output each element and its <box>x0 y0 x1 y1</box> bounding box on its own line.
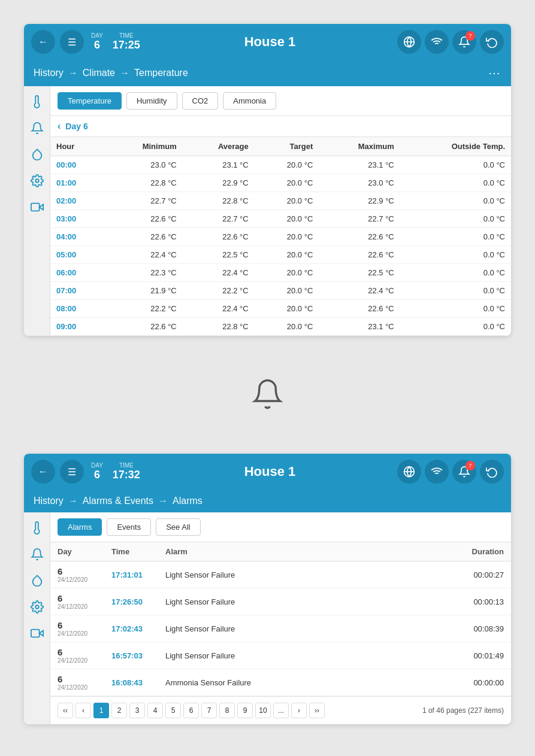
breadcrumb-more[interactable]: ⋯ <box>488 66 501 80</box>
alarm-tab-row: Alarms Events See All <box>50 512 511 542</box>
table-cell: 0.0 °C <box>400 300 511 318</box>
breadcrumb-item-1[interactable]: History <box>34 68 64 78</box>
alarm-duration: 00:00:27 <box>450 570 504 579</box>
time-value-2: 17:32 <box>113 469 140 481</box>
pagination: ‹‹ ‹ 1 2 3 4 5 6 7 8 9 10 ... › ›› 1 of … <box>50 696 511 724</box>
sidebar-icon-camera[interactable] <box>29 199 46 215</box>
page-prev[interactable]: ‹ <box>75 703 91 718</box>
page-2[interactable]: 2 <box>111 703 127 718</box>
sidebar-2 <box>24 512 50 724</box>
page-10[interactable]: 10 <box>255 703 271 718</box>
alarms-main-content: Alarms Events See All Day Time Alarm Dur… <box>50 512 511 724</box>
breadcrumb2-item-3[interactable]: Alarms <box>173 496 202 506</box>
time-value: 17:25 <box>113 39 140 51</box>
svg-point-3 <box>35 179 39 183</box>
menu-button-2[interactable]: ☰ <box>60 460 84 484</box>
tab-see-all[interactable]: See All <box>156 518 200 536</box>
tab-humidity[interactable]: Humidity <box>126 92 177 110</box>
table-cell: 0.0 °C <box>400 318 511 336</box>
table-cell: 01:00 <box>50 174 104 192</box>
page-first[interactable]: ‹‹ <box>58 703 73 718</box>
table-cell: 20.0 °C <box>255 300 319 318</box>
table-cell: 22.4 °C <box>319 282 400 300</box>
table-cell: 22.4 °C <box>183 264 255 282</box>
page-3[interactable]: 3 <box>129 703 145 718</box>
sidebar2-icon-settings[interactable] <box>29 599 46 615</box>
alarm-duration: 00:01:49 <box>450 651 504 660</box>
table-cell: 20.0 °C <box>255 156 319 174</box>
page-next[interactable]: › <box>291 703 307 718</box>
globe-button[interactable] <box>397 30 421 54</box>
page-last[interactable]: ›› <box>309 703 325 718</box>
sidebar2-icon-alarm[interactable] <box>29 546 46 563</box>
refresh-button[interactable] <box>480 30 504 54</box>
table-cell: 0.0 °C <box>400 174 511 192</box>
table-row: 04:0022.6 °C22.6 °C20.0 °C22.6 °C0.0 °C <box>50 228 511 246</box>
table-cell: 0.0 °C <box>400 282 511 300</box>
page-6[interactable]: 6 <box>183 703 199 718</box>
table-cell: 22.4 °C <box>183 300 255 318</box>
table-cell: 23.0 °C <box>104 156 183 174</box>
breadcrumb2-item-1[interactable]: History <box>34 496 64 506</box>
table-cell: 0.0 °C <box>400 246 511 264</box>
wifi-button[interactable] <box>425 30 449 54</box>
menu-button[interactable]: ☰ <box>60 30 84 54</box>
page-8[interactable]: 8 <box>219 703 235 718</box>
sidebar2-icon-camera[interactable] <box>29 625 46 642</box>
table-cell: 22.2 °C <box>104 300 183 318</box>
alarm-row: 6 24/12/2020 17:02:43 Light Sensor Failu… <box>50 615 511 642</box>
table-cell: 22.2 °C <box>183 282 255 300</box>
table-cell: 06:00 <box>50 264 104 282</box>
prev-day-arrow[interactable]: ‹ <box>58 121 61 132</box>
tab-temperature[interactable]: Temperature <box>58 92 122 110</box>
alarms-list: 6 24/12/2020 17:31:01 Light Sensor Failu… <box>50 561 511 696</box>
breadcrumb2-item-2[interactable]: Alarms & Events <box>83 496 153 506</box>
breadcrumb-item-2[interactable]: Climate <box>83 68 115 78</box>
sidebar2-icon-temperature[interactable] <box>29 520 46 536</box>
alarm-row: 6 24/12/2020 17:26:50 Light Sensor Failu… <box>50 588 511 615</box>
alarm-day: 6 24/12/2020 <box>58 620 111 637</box>
table-cell: 20.0 °C <box>255 228 319 246</box>
page-4[interactable]: 4 <box>147 703 163 718</box>
page-9[interactable]: 9 <box>237 703 253 718</box>
col-time-header: Time <box>111 547 165 556</box>
tab-alarms[interactable]: Alarms <box>58 518 102 536</box>
tab-co2[interactable]: CO2 <box>182 92 219 110</box>
alarm-time: 17:31:01 <box>111 570 165 579</box>
breadcrumb-item-3[interactable]: Temperature <box>134 68 188 78</box>
globe-button-2[interactable] <box>397 460 421 484</box>
tab-events[interactable]: Events <box>107 518 151 536</box>
alarm-time: 16:08:43 <box>111 678 165 687</box>
tab-ammonia[interactable]: Ammonia <box>223 92 276 110</box>
page-1[interactable]: 1 <box>93 703 109 718</box>
sidebar-icon-temperature[interactable] <box>29 93 46 110</box>
table-cell: 20.0 °C <box>255 192 319 210</box>
sidebar-icon-settings[interactable] <box>29 172 46 189</box>
page-7[interactable]: 7 <box>201 703 217 718</box>
table-cell: 22.7 °C <box>104 192 183 210</box>
wifi-button-2[interactable] <box>425 460 449 484</box>
table-cell: 0.0 °C <box>400 192 511 210</box>
day-time-display-2: DAY 6 <box>91 462 103 481</box>
sidebar-icon-water[interactable] <box>29 146 46 163</box>
bell-button[interactable]: 7 <box>452 30 476 54</box>
back-button[interactable]: ← <box>31 30 55 54</box>
refresh-button-2[interactable] <box>480 460 504 484</box>
table-row: 08:0022.2 °C22.4 °C20.0 °C22.6 °C0.0 °C <box>50 300 511 318</box>
sidebar-icon-alarm[interactable] <box>29 120 46 136</box>
panel-temperature-history: ← ☰ DAY 6 TIME 17:25 House 1 7 <box>24 24 511 336</box>
table-cell: 22.6 °C <box>104 318 183 336</box>
table-cell: 22.6 °C <box>319 228 400 246</box>
table-cell: 0.0 °C <box>400 228 511 246</box>
page-5[interactable]: 5 <box>165 703 181 718</box>
day-label-2: DAY <box>91 462 103 469</box>
back-button-2[interactable]: ← <box>31 460 55 484</box>
screen-title-2: House 1 <box>147 464 392 479</box>
table-cell: 0.0 °C <box>400 264 511 282</box>
sidebar2-icon-water[interactable] <box>29 572 46 589</box>
table-cell: 22.8 °C <box>183 192 255 210</box>
col-header-min: Minimum <box>104 137 183 156</box>
svg-rect-9 <box>31 630 39 637</box>
bell-button-2[interactable]: 7 <box>452 460 476 484</box>
table-cell: 20.0 °C <box>255 318 319 336</box>
